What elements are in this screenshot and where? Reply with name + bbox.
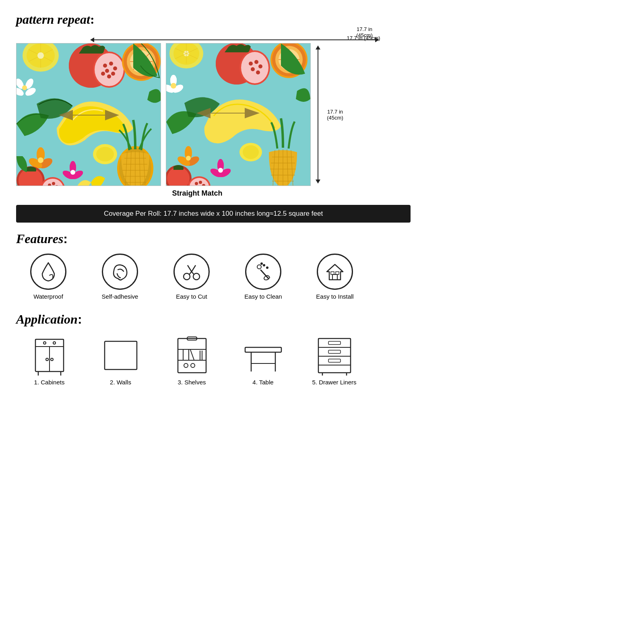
- easy-install-label: Easy to Install: [316, 293, 353, 300]
- app-shelves: 3. Shelves: [159, 334, 225, 386]
- width-label-line1: 17.7 in: [357, 26, 372, 32]
- svg-point-6: [37, 52, 44, 59]
- svg-point-45: [70, 170, 75, 175]
- svg-point-68: [96, 147, 114, 161]
- svg-rect-150: [336, 272, 339, 275]
- feature-waterproof: Waterproof: [16, 254, 80, 300]
- svg-rect-149: [331, 272, 334, 275]
- svg-point-85: [251, 67, 255, 71]
- pattern-section: 17.7 in (45cm) 17.7 in (45cm): [16, 37, 411, 198]
- pattern-image-2: [166, 43, 311, 186]
- application-row: 1. Cabinets 2. Walls: [16, 334, 411, 386]
- svg-rect-180: [328, 350, 341, 353]
- app-cabinets: 1. Cabinets: [16, 334, 83, 386]
- svg-line-140: [188, 265, 192, 272]
- table-icon: [239, 334, 287, 376]
- svg-point-18: [109, 62, 113, 66]
- svg-line-141: [192, 265, 196, 272]
- features-row: Waterproof Self-adhesive: [16, 254, 411, 300]
- cabinets-label: 1. Cabinets: [34, 379, 65, 386]
- svg-point-168: [191, 363, 195, 367]
- table-label: 4. Table: [252, 379, 273, 386]
- features-section: Features: Waterproof Self-adhesive: [16, 231, 411, 300]
- svg-rect-177: [318, 339, 351, 347]
- svg-point-16: [95, 53, 124, 86]
- svg-point-12: [22, 85, 27, 90]
- svg-point-23: [107, 74, 111, 78]
- svg-point-20: [105, 69, 109, 73]
- svg-point-106: [218, 168, 223, 173]
- svg-point-144: [266, 266, 268, 269]
- svg-rect-179: [318, 347, 351, 356]
- coverage-bar: Coverage Per Roll: 17.7 inches wide x 10…: [16, 205, 411, 223]
- svg-marker-147: [327, 264, 343, 280]
- svg-point-86: [256, 70, 260, 74]
- svg-point-84: [258, 64, 262, 68]
- clean-icon: [245, 254, 281, 290]
- svg-point-17: [103, 64, 107, 68]
- height-down-arrowhead: [316, 180, 320, 186]
- svg-point-157: [51, 358, 53, 361]
- drawer-icon: [310, 334, 359, 376]
- house-icon: [317, 254, 353, 290]
- svg-line-138: [189, 272, 192, 275]
- height-up-arrowhead: [316, 43, 320, 50]
- svg-point-22: [101, 72, 105, 76]
- app-table: 4. Table: [230, 334, 296, 386]
- svg-point-145: [260, 262, 263, 265]
- svg-point-167: [184, 363, 188, 367]
- svg-point-131: [171, 83, 176, 89]
- svg-rect-178: [328, 341, 341, 345]
- application-section: Application:: [16, 312, 411, 386]
- width-label-line2: (45cm): [356, 32, 372, 38]
- scissors-icon: [173, 254, 210, 290]
- svg-point-63: [52, 182, 55, 185]
- svg-rect-160: [105, 341, 137, 369]
- svg-point-154: [53, 342, 56, 344]
- svg-point-156: [46, 358, 48, 361]
- svg-rect-172: [245, 347, 281, 352]
- svg-point-99: [186, 156, 191, 161]
- svg-point-83: [254, 60, 258, 64]
- svg-rect-176: [318, 339, 351, 373]
- app-walls: 2. Walls: [87, 334, 154, 386]
- features-title: Features:: [16, 231, 411, 246]
- svg-rect-182: [328, 359, 341, 362]
- svg-rect-152: [35, 339, 64, 347]
- shelves-icon: [168, 334, 216, 376]
- waterproof-label: Waterproof: [33, 293, 63, 300]
- svg-point-19: [113, 66, 117, 70]
- feature-easy-clean: Easy to Clean: [231, 254, 295, 300]
- self-adhesive-icon: [102, 254, 138, 290]
- self-adhesive-label: Self-adhesive: [102, 293, 138, 300]
- waterproof-icon: [30, 254, 66, 290]
- svg-rect-148: [332, 275, 337, 280]
- app-drawer-liners: 5. Drawer Liners: [301, 334, 367, 386]
- shelves-label: 3. Shelves: [178, 379, 206, 386]
- easy-clean-label: Easy to Clean: [244, 293, 282, 300]
- svg-point-121: [195, 182, 198, 185]
- svg-point-38: [38, 157, 43, 163]
- walls-label: 2. Walls: [110, 379, 131, 386]
- feature-easy-cut: Easy to Cut: [159, 254, 224, 300]
- drawer-liners-label: 5. Drawer Liners: [312, 379, 356, 386]
- feature-self-adhesive: Self-adhesive: [88, 254, 152, 300]
- svg-point-122: [199, 181, 202, 184]
- svg-point-82: [249, 62, 253, 66]
- svg-point-81: [241, 52, 268, 83]
- cabinet-icon: [25, 334, 74, 376]
- svg-point-143: [263, 264, 265, 266]
- easy-cut-label: Easy to Cut: [176, 293, 207, 300]
- height-dimension-label: 17.7 in (45cm): [322, 109, 348, 121]
- pattern-image-1: [16, 43, 161, 186]
- svg-point-21: [111, 72, 115, 76]
- feature-easy-install: Easy to Install: [303, 254, 367, 300]
- svg-rect-181: [318, 356, 351, 365]
- svg-point-142: [257, 265, 261, 269]
- svg-point-153: [43, 342, 46, 344]
- svg-line-169: [190, 350, 194, 360]
- straight-match-label: Straight Match: [0, 189, 411, 198]
- svg-point-133: [243, 145, 259, 159]
- application-title: Application:: [16, 312, 411, 327]
- wall-icon: [97, 334, 145, 376]
